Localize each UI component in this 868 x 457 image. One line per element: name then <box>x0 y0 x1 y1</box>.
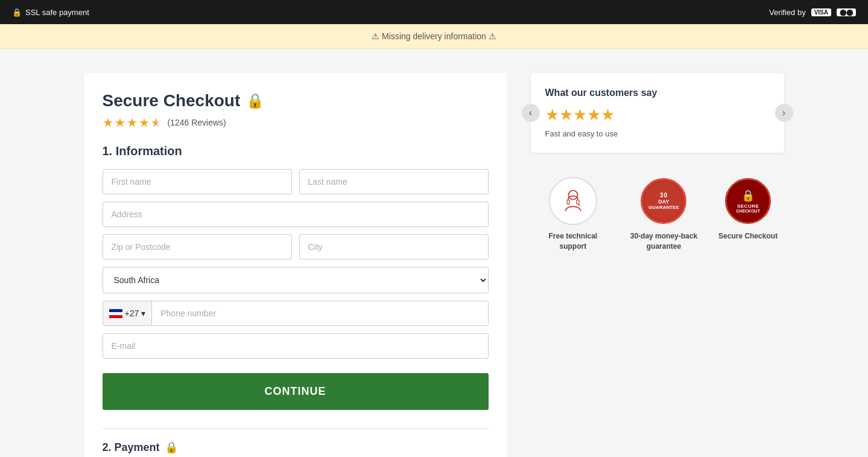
lock-icon: 🔒 <box>12 8 22 17</box>
trust-item-moneyback: 30 DAY GUARANTEE 30-day money-back guara… <box>627 177 700 252</box>
review-card-title: What our customers say <box>545 88 770 98</box>
payment-section-hint: 2. Payment 🔒 VISA MC Maestro <box>103 428 489 457</box>
country-select[interactable]: South Africa United States United Kingdo… <box>103 267 489 293</box>
30day-badge: 30 DAY GUARANTEE <box>641 178 686 224</box>
top-bar: 🔒 SSL safe payment Verified by VISA ⬤⬤ <box>0 0 868 24</box>
svg-point-0 <box>568 191 577 200</box>
review-stars: ★★★★★ <box>545 106 770 124</box>
last-name-field <box>299 169 489 194</box>
reviews-count: (1246 Reviews) <box>168 118 226 127</box>
phone-flag <box>109 309 122 318</box>
phone-prefix-text: +27 <box>125 308 139 318</box>
checkout-title-text: Secure Checkout <box>103 91 241 110</box>
verified-by: Verified by VISA ⬤⬤ <box>769 8 856 17</box>
reviews-row: ★★★★★★ (1246 Reviews) <box>103 115 489 130</box>
payment-title-text: 2. Payment <box>103 441 160 454</box>
phone-prefix: +27 ▾ <box>103 301 153 325</box>
review-card: ‹ What our customers say ★★★★★ Fast and … <box>531 73 784 153</box>
badge-ring <box>639 177 688 225</box>
trust-icons: Free technical support 30 DAY GUARANTEE … <box>531 165 784 264</box>
support-svg-icon <box>558 186 588 216</box>
moneyback-icon-wrap: 30 DAY GUARANTEE <box>639 177 688 225</box>
secure-icon-wrap: 🔒 SECURE CHECKOUT <box>724 177 772 225</box>
first-name-field <box>103 169 292 194</box>
checkout-lock-icon: 🔒 <box>246 92 264 109</box>
last-name-input[interactable] <box>299 169 489 194</box>
address-row <box>103 202 489 227</box>
visa-card-icon: VISA <box>811 8 831 16</box>
verified-text: Verified by <box>769 8 806 17</box>
alert-message: ⚠ Missing delivery information ⚠ <box>372 31 496 41</box>
support-label: Free technical support <box>537 231 609 252</box>
secure-badge: 🔒 SECURE CHECKOUT <box>725 178 771 224</box>
main-layout: Secure Checkout 🔒 ★★★★★★ (1246 Reviews) … <box>72 49 796 457</box>
checkout-form-section: Secure Checkout 🔒 ★★★★★★ (1246 Reviews) … <box>84 73 507 457</box>
first-name-input[interactable] <box>103 169 292 194</box>
email-field <box>103 333 489 359</box>
review-next-button[interactable]: › <box>775 104 793 122</box>
phone-dropdown-arrow[interactable]: ▾ <box>141 308 145 318</box>
country-field: South Africa United States United Kingdo… <box>103 267 489 293</box>
address-input[interactable] <box>103 202 489 227</box>
email-row <box>103 333 489 359</box>
support-icon-wrap <box>549 177 597 225</box>
rating-stars: ★★★★★★ <box>103 115 163 130</box>
section1-title: 1. Information <box>103 144 489 158</box>
payment-lock-icon: 🔒 <box>165 441 178 454</box>
review-text: Fast and easy to use <box>545 129 770 138</box>
svg-rect-2 <box>577 200 579 204</box>
trust-item-secure: 🔒 SECURE CHECKOUT Secure Checkout <box>718 177 778 241</box>
sidebar: ‹ What our customers say ★★★★★ Fast and … <box>531 73 784 457</box>
alert-banner: ⚠ Missing delivery information ⚠ <box>0 24 868 49</box>
city-input[interactable] <box>299 234 489 260</box>
name-row <box>103 169 489 194</box>
secure-lock-icon: 🔒 <box>741 189 755 202</box>
review-prev-button[interactable]: ‹ <box>522 104 540 122</box>
phone-row: +27 ▾ <box>103 301 489 326</box>
trust-item-support: Free technical support <box>537 177 609 252</box>
zip-input[interactable] <box>103 234 292 260</box>
mastercard-icon: ⬤⬤ <box>837 8 856 16</box>
country-row: South Africa United States United Kingdo… <box>103 267 489 293</box>
ssl-text: SSL safe payment <box>25 8 89 17</box>
svg-line-3 <box>578 204 580 206</box>
city-field <box>299 234 489 260</box>
phone-input[interactable] <box>152 301 487 325</box>
svg-rect-1 <box>567 200 569 204</box>
payment-title: 2. Payment 🔒 <box>103 441 489 454</box>
zip-field <box>103 234 292 260</box>
moneyback-label: 30-day money-back guarantee <box>627 231 700 252</box>
ssl-label: 🔒 SSL safe payment <box>12 8 89 17</box>
continue-button[interactable]: CONTINUE <box>103 373 489 410</box>
checkout-title: Secure Checkout 🔒 <box>103 91 489 110</box>
zip-city-row <box>103 234 489 260</box>
email-input[interactable] <box>103 333 489 359</box>
address-field <box>103 202 489 227</box>
secure-label: Secure Checkout <box>718 231 778 241</box>
